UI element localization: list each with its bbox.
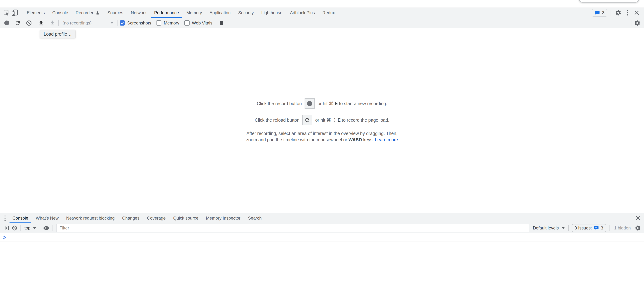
drawer-tab-network-request-blocking[interactable]: Network request blocking (62, 213, 118, 223)
drawer-tab-memory-inspector[interactable]: Memory Inspector (202, 213, 244, 223)
issues-count: 3 (602, 10, 604, 15)
capture-settings-button[interactable] (633, 19, 642, 27)
gear-icon (615, 10, 622, 16)
wasd-keys-text: WASD (348, 137, 362, 142)
tab-label: Elements (27, 10, 45, 15)
tab-label: What's New (36, 216, 58, 221)
tab-security[interactable]: Security (234, 8, 258, 18)
console-issues-button[interactable]: 3 Issues: 3 (572, 224, 606, 232)
log-levels-select[interactable]: Default levels (531, 226, 566, 231)
checkbox-unchecked-icon (184, 20, 190, 26)
tab-label: Memory (186, 10, 202, 15)
more-options-button[interactable] (624, 9, 631, 17)
performance-landing: Click the record button or hit ⌘ E to st… (0, 28, 644, 213)
tab-label: Application (210, 10, 230, 15)
instruction-text: or hit (315, 117, 325, 123)
shift-key-symbol: ⇧ (332, 117, 336, 123)
memory-checkbox[interactable]: Memory (156, 20, 179, 26)
drawer-tab-coverage[interactable]: Coverage (143, 213, 170, 223)
tab-label: Search (248, 216, 262, 221)
tab-application[interactable]: Application (206, 8, 234, 18)
hidden-messages-label: 1 hidden (614, 226, 631, 231)
checkbox-label: Memory (164, 21, 179, 26)
tab-recorder[interactable]: Recorder (72, 8, 104, 18)
tab-sources[interactable]: Sources (104, 8, 127, 18)
tab-memory[interactable]: Memory (182, 8, 206, 18)
instruction-text: to record the page load. (342, 117, 389, 123)
device-toolbar-toggle[interactable] (11, 9, 19, 17)
web-vitals-checkbox[interactable]: Web Vitals (184, 20, 212, 26)
record-button[interactable] (2, 19, 11, 27)
tab-label: Adblock Plus (290, 10, 315, 15)
close-devtools-button[interactable] (632, 9, 641, 17)
chevron-down-icon (110, 22, 114, 24)
recordings-select[interactable]: (no recordings) (61, 21, 115, 26)
load-profile-button[interactable] (37, 19, 45, 27)
record-icon (4, 21, 9, 25)
reload-icon (15, 20, 21, 26)
top-strip (0, 0, 644, 8)
drawer-tab-console[interactable]: Console (8, 213, 32, 223)
issues-badge-button[interactable]: 3 (592, 9, 607, 17)
console-filter-input[interactable] (56, 224, 529, 232)
divider (35, 20, 35, 26)
reload-and-record-button[interactable] (14, 19, 22, 27)
chevron-down-icon (562, 227, 565, 229)
issues-speech-icon (594, 226, 599, 231)
checkbox-checked-icon (120, 20, 125, 26)
tab-label: Recorder (76, 10, 94, 15)
eye-icon (43, 225, 49, 231)
tab-label: Security (238, 10, 254, 15)
tab-elements[interactable]: Elements (23, 8, 48, 18)
trash-icon (219, 20, 224, 26)
tab-redux[interactable]: Redux (318, 8, 338, 18)
drawer-more-tools-button[interactable] (2, 214, 8, 222)
drawer-tab-changes[interactable]: Changes (118, 213, 143, 223)
checkbox-label: Screenshots (127, 21, 151, 26)
save-profile-button[interactable] (48, 19, 56, 27)
record-button-illustration (304, 98, 315, 109)
learn-more-link[interactable]: Learn more (375, 137, 398, 142)
gear-icon (635, 225, 641, 231)
console-toolbar: top Default levels 3 Issues: (0, 223, 644, 233)
e-key-symbol: E (335, 101, 338, 106)
instruction-text: or hit (318, 101, 328, 106)
tab-label: Network (131, 10, 146, 15)
clear-recordings-button[interactable] (25, 19, 33, 27)
tab-adblock-plus[interactable]: Adblock Plus (286, 8, 319, 18)
instruction-text: After recording, select an area of inter… (246, 131, 398, 136)
sidebar-play-icon (3, 225, 9, 231)
settings-button[interactable] (614, 9, 622, 17)
delete-recording-button[interactable] (218, 19, 226, 27)
divider (52, 225, 52, 231)
drawer: Console What's New Network request block… (0, 213, 644, 302)
tab-network[interactable]: Network (127, 8, 150, 18)
divider (610, 10, 611, 16)
close-icon (636, 215, 641, 221)
tab-label: Coverage (147, 216, 166, 221)
drawer-close-button[interactable] (636, 215, 644, 221)
clear-console-button[interactable] (10, 224, 19, 232)
screenshots-checkbox[interactable]: Screenshots (120, 20, 151, 26)
drawer-tab-whats-new[interactable]: What's New (32, 213, 62, 223)
create-live-expression-button[interactable] (42, 224, 50, 232)
inspect-element-button[interactable] (2, 9, 11, 17)
reload-button-illustration (302, 115, 312, 125)
javascript-context-select[interactable]: top (23, 226, 38, 231)
console-sidebar-toggle[interactable] (2, 224, 10, 232)
tab-label: Memory Inspector (206, 216, 240, 221)
tab-performance[interactable]: Performance (150, 8, 182, 18)
flask-icon (95, 11, 100, 15)
drawer-tab-search[interactable]: Search (244, 213, 266, 223)
divider (118, 20, 118, 26)
console-prompt-row[interactable] (0, 233, 644, 242)
tab-label: Console (12, 216, 28, 221)
tab-lighthouse[interactable]: Lighthouse (258, 8, 286, 18)
console-messages-area[interactable] (0, 233, 644, 302)
drawer-tab-quick-source[interactable]: Quick source (170, 213, 202, 223)
issues-label: 3 Issues: (575, 226, 592, 231)
record-instruction-line: Click the record button or hit ⌘ E to st… (257, 98, 387, 109)
tab-label: Performance (154, 10, 179, 15)
tab-console[interactable]: Console (48, 8, 72, 18)
console-settings-button[interactable] (634, 224, 642, 232)
